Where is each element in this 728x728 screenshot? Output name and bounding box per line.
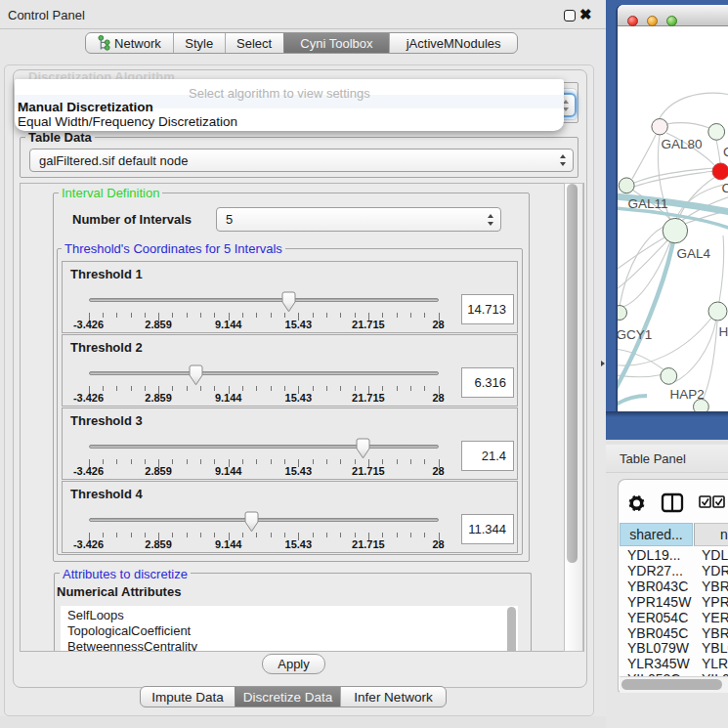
svg-text:GAL4: GAL4 — [677, 246, 711, 261]
svg-text:GA: GA — [723, 145, 728, 159]
svg-text:GCY1: GCY1 — [618, 327, 652, 342]
svg-text:C: C — [722, 181, 728, 195]
svg-text:H: H — [719, 324, 728, 339]
svg-text:GAL11: GAL11 — [628, 196, 668, 211]
svg-text:GAL80: GAL80 — [662, 137, 703, 151]
svg-text:HAP2: HAP2 — [670, 387, 705, 402]
